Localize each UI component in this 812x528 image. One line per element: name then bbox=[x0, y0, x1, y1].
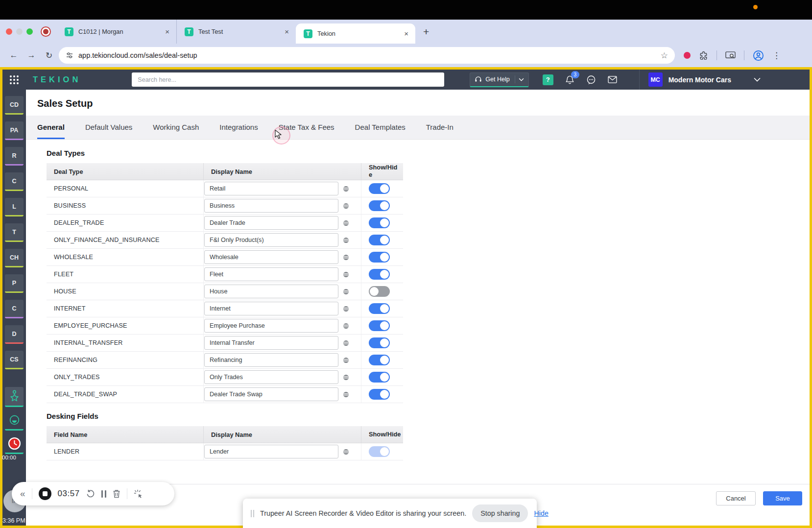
account-switcher[interactable]: MC Modern Motor Cars bbox=[640, 72, 810, 87]
translate-globe-icon[interactable] bbox=[343, 254, 349, 261]
translate-globe-icon[interactable] bbox=[343, 237, 349, 243]
tab-close-icon[interactable]: × bbox=[402, 29, 410, 38]
show-hide-toggle[interactable] bbox=[369, 235, 390, 245]
mail-button[interactable] bbox=[608, 76, 617, 83]
translate-globe-icon[interactable] bbox=[343, 186, 349, 192]
sidebar-dealer-tile[interactable]: P bbox=[5, 274, 24, 293]
display-name-input[interactable] bbox=[204, 182, 338, 195]
show-hide-toggle[interactable] bbox=[369, 337, 390, 348]
bookmark-star-icon[interactable]: ☆ bbox=[661, 50, 668, 61]
search-input[interactable] bbox=[132, 72, 444, 87]
profile-icon[interactable] bbox=[753, 50, 764, 61]
display-name-input[interactable] bbox=[204, 302, 338, 315]
click-effects-icon[interactable] bbox=[134, 489, 143, 499]
sidebar-dealer-tile[interactable]: C bbox=[5, 172, 24, 191]
translate-globe-icon[interactable] bbox=[343, 288, 349, 295]
browser-menu-icon[interactable]: ⋮ bbox=[772, 50, 781, 61]
get-help-button[interactable]: Get Help bbox=[470, 72, 528, 87]
sidebar-reviews-tool[interactable] bbox=[5, 387, 24, 407]
restart-recording-icon[interactable] bbox=[86, 489, 95, 498]
show-hide-toggle[interactable] bbox=[369, 389, 390, 400]
translate-globe-icon[interactable] bbox=[343, 306, 349, 312]
chevron-down-icon[interactable] bbox=[519, 78, 524, 81]
setup-tab[interactable]: Working Cash bbox=[153, 116, 199, 139]
display-name-input[interactable] bbox=[204, 216, 338, 230]
forward-icon[interactable]: → bbox=[23, 50, 40, 60]
display-name-input[interactable] bbox=[204, 199, 338, 213]
show-hide-toggle[interactable] bbox=[369, 217, 390, 228]
setup-tab[interactable]: Trade-In bbox=[426, 116, 454, 139]
sidebar-dealer-tile[interactable]: CH bbox=[5, 249, 24, 267]
sidebar-dealer-tile[interactable]: C bbox=[5, 300, 24, 318]
reload-icon[interactable]: ↻ bbox=[40, 50, 58, 61]
sidebar-assistant-tool[interactable] bbox=[5, 410, 24, 431]
drag-handle-icon[interactable] bbox=[251, 510, 254, 517]
show-hide-toggle[interactable] bbox=[369, 446, 390, 457]
sidebar-recorder-tool[interactable] bbox=[5, 434, 24, 454]
chevron-down-icon[interactable] bbox=[754, 77, 761, 82]
display-name-input[interactable] bbox=[204, 387, 338, 401]
stop-recording-button[interactable] bbox=[39, 487, 51, 500]
show-hide-toggle[interactable] bbox=[369, 252, 390, 263]
zoom-window-button[interactable] bbox=[26, 28, 33, 35]
translate-globe-icon[interactable] bbox=[343, 340, 349, 346]
extensions-icon[interactable] bbox=[699, 51, 708, 60]
display-name-input[interactable] bbox=[204, 250, 338, 264]
setup-tab[interactable]: Deal Templates bbox=[355, 116, 406, 139]
save-button[interactable]: Save bbox=[763, 491, 802, 505]
sidebar-dealer-tile[interactable]: CS bbox=[5, 351, 24, 369]
show-hide-toggle[interactable] bbox=[369, 286, 390, 297]
display-name-input[interactable] bbox=[204, 445, 338, 458]
notifications-button[interactable]: 3 bbox=[565, 75, 574, 85]
display-name-input[interactable] bbox=[204, 336, 338, 350]
address-bar[interactable]: app.tekioncloud.com/sales/deal-setup ☆ bbox=[59, 47, 675, 64]
app-grid-button[interactable] bbox=[2, 75, 26, 84]
show-hide-toggle[interactable] bbox=[369, 269, 390, 280]
display-name-input[interactable] bbox=[204, 319, 338, 333]
tab-close-icon[interactable]: × bbox=[283, 27, 291, 36]
translate-globe-icon[interactable] bbox=[343, 374, 349, 381]
sidebar-dealer-tile[interactable]: CD bbox=[5, 96, 24, 115]
show-hide-toggle[interactable] bbox=[369, 355, 390, 365]
setup-tab[interactable]: General bbox=[37, 116, 65, 139]
browser-tab[interactable]: T Tekion × bbox=[296, 24, 415, 44]
sidebar-dealer-tile[interactable]: PA bbox=[5, 121, 24, 140]
tab-search-icon[interactable] bbox=[725, 51, 736, 60]
url-text[interactable]: app.tekioncloud.com/sales/deal-setup bbox=[78, 51, 197, 59]
show-hide-toggle[interactable] bbox=[369, 372, 390, 383]
minimize-window-button[interactable] bbox=[16, 28, 23, 35]
translate-globe-icon[interactable] bbox=[343, 357, 349, 363]
browser-tab[interactable]: T Test Test × bbox=[176, 20, 296, 44]
show-hide-toggle[interactable] bbox=[369, 183, 390, 194]
display-name-input[interactable] bbox=[204, 233, 338, 247]
help-widget-icon[interactable]: ? bbox=[543, 74, 553, 85]
translate-globe-icon[interactable] bbox=[343, 203, 349, 209]
sidebar-dealer-tile[interactable]: R bbox=[5, 147, 24, 166]
sidebar-dealer-tile[interactable]: T bbox=[5, 223, 24, 242]
window-controls[interactable] bbox=[6, 20, 33, 44]
display-name-input[interactable] bbox=[204, 285, 338, 298]
back-icon[interactable]: ← bbox=[5, 50, 23, 60]
translate-globe-icon[interactable] bbox=[343, 391, 349, 398]
tab-close-icon[interactable]: × bbox=[163, 27, 171, 36]
sidebar-dealer-tile[interactable]: D bbox=[5, 325, 24, 344]
translate-globe-icon[interactable] bbox=[343, 449, 349, 455]
collapse-toolbar-icon[interactable]: « bbox=[20, 488, 25, 499]
recorder-extension-icon[interactable] bbox=[684, 52, 691, 59]
setup-tab[interactable]: Integrations bbox=[219, 116, 258, 139]
sidebar-dealer-tile[interactable]: L bbox=[5, 198, 24, 216]
browser-tab[interactable]: T C1012 | Morgan × bbox=[57, 20, 176, 44]
new-tab-button[interactable]: + bbox=[423, 26, 429, 38]
show-hide-toggle[interactable] bbox=[369, 303, 390, 314]
cancel-button[interactable]: Cancel bbox=[716, 491, 756, 505]
translate-globe-icon[interactable] bbox=[343, 220, 349, 226]
translate-globe-icon[interactable] bbox=[343, 323, 349, 329]
display-name-input[interactable] bbox=[204, 370, 338, 384]
pause-recording-icon[interactable] bbox=[101, 490, 106, 498]
setup-tab[interactable]: Default Values bbox=[85, 116, 132, 139]
chat-button[interactable] bbox=[586, 75, 596, 85]
site-settings-icon[interactable] bbox=[66, 51, 73, 59]
translate-globe-icon[interactable] bbox=[343, 271, 349, 278]
show-hide-toggle[interactable] bbox=[369, 200, 390, 211]
show-hide-toggle[interactable] bbox=[369, 320, 390, 331]
